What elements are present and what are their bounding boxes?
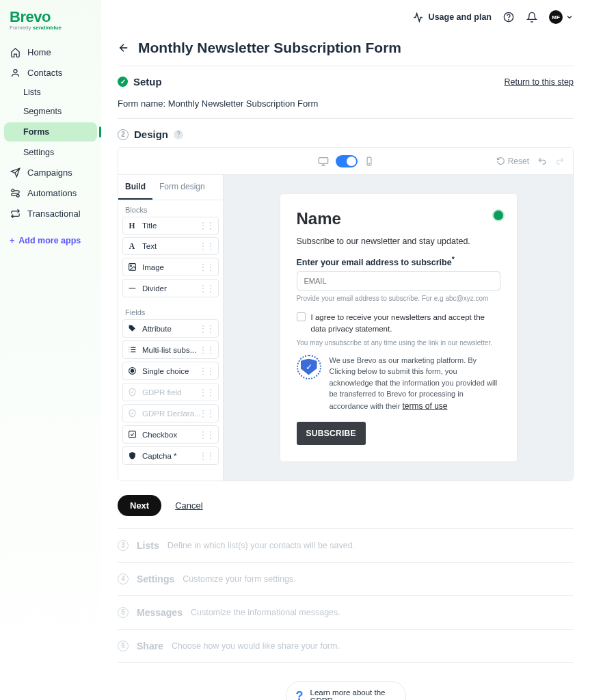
email-hint: Provide your email address to subscribe.… [297,295,500,302]
sidebar-item-lists[interactable]: Lists [0,83,101,102]
form-subtitle[interactable]: Subscribe to our newsletter and stay upd… [297,237,500,246]
radio-icon [127,366,137,375]
plus-icon: + [10,236,14,245]
divider-icon [127,284,137,293]
tab-build[interactable]: Build [118,175,152,200]
account-menu[interactable]: MF [549,10,574,24]
drag-handle-icon: ⋮⋮ [199,262,214,272]
step-messages[interactable]: 5 Messages Customize the informational m… [118,595,574,629]
unsubscribe-note: You may unsubscribe at any time using th… [297,339,500,347]
transactional-icon [10,208,21,219]
undo-icon[interactable] [537,157,547,166]
help-tooltip-icon[interactable]: ? [174,130,183,139]
svg-point-18 [131,369,133,372]
shield-check-icon [127,409,137,418]
drag-handle-icon: ⋮⋮ [199,241,214,251]
text-icon: A [127,242,137,250]
check-icon: ✓ [118,77,128,87]
sidebar-item-label: Campaigns [27,167,72,178]
svg-point-2 [16,194,19,197]
block-text[interactable]: AText⋮⋮ [122,237,219,255]
step-number-2-icon: 2 [118,129,129,140]
return-to-step-link[interactable]: Return to this step [505,77,574,87]
home-icon [10,46,21,57]
brand-logo[interactable]: Brevo Formerly sendinblue [0,7,101,31]
redo-icon[interactable] [555,157,565,166]
field-attribute[interactable]: Attribute⋮⋮ [122,319,219,338]
cancel-link[interactable]: Cancel [175,500,202,511]
sidebar-item-forms[interactable]: Forms [4,122,97,142]
block-title[interactable]: HTitle⋮⋮ [122,217,219,234]
form-name-row: Form name: Monthly Newsletter Subscripti… [118,98,574,119]
svg-point-0 [14,69,17,72]
form-canvas[interactable]: Name Subscribe to our newsletter and sta… [224,175,573,481]
sidebar-item-label: Segments [23,107,62,116]
terms-of-use-link[interactable]: terms of use [403,401,448,411]
step-number-6-icon: 6 [118,641,129,651]
gdpr-learn-more[interactable]: ? Learn more about the GDPR [286,681,406,701]
step-lists[interactable]: 3 Lists Define in which list(s) your con… [118,528,574,562]
svg-rect-5 [319,157,327,163]
sidebar-item-automations[interactable]: Automations [0,183,101,203]
subscribe-button[interactable]: SUBSCRIBE [297,422,366,445]
step-share[interactable]: 6 Share Choose how you would like share … [118,629,574,663]
sidebar-item-label: Contacts [27,68,62,78]
gdpr-shield-icon: ✓ [297,355,321,379]
form-title[interactable]: Name [297,209,500,228]
sidebar-item-segments[interactable]: Segments [0,102,101,121]
send-icon [10,167,21,178]
help-icon[interactable] [502,11,515,23]
email-field-label: Enter your email address to subscribe* [297,256,500,267]
sidebar-item-label: Settings [23,148,54,157]
step-number-5-icon: 5 [118,607,129,618]
field-single-choice[interactable]: Single choice⋮⋮ [122,362,219,380]
back-button[interactable] [118,42,130,54]
email-input[interactable] [297,271,500,291]
drag-handle-icon: ⋮⋮ [199,388,214,397]
drag-handle-icon: ⋮⋮ [199,324,214,334]
step-setup-header: ✓ Setup [118,76,162,88]
sidebar-item-settings[interactable]: Settings [0,143,101,162]
step-settings[interactable]: 4 Settings Customize your form settings. [118,562,574,595]
svg-rect-19 [129,431,135,438]
tab-form-design[interactable]: Form design [152,175,212,200]
sidebar-item-label: Home [27,47,51,57]
desktop-icon[interactable] [318,156,329,167]
sidebar-item-home[interactable]: Home [0,42,101,62]
field-multilist[interactable]: Multi-list subs...⋮⋮ [122,340,219,359]
form-preview: Name Subscribe to our newsletter and sta… [280,194,517,461]
usage-and-plan-link[interactable]: Usage and plan [412,11,492,23]
notification-icon[interactable] [526,11,538,23]
drag-handle-icon: ⋮⋮ [199,345,214,355]
consent-checkbox[interactable] [297,312,306,321]
designer-panel: Reset Build Form design [118,147,574,481]
sidebar-item-contacts[interactable]: Contacts [0,62,101,83]
field-gdpr: GDPR field⋮⋮ [122,383,219,401]
main-content: Usage and plan MF Monthly Newsletter Sub… [101,0,590,700]
drag-handle-icon: ⋮⋮ [199,451,214,461]
grammarly-badge-icon [492,209,505,221]
field-gdpr-declaration: GDPR Declara...⋮⋮ [122,404,219,422]
gdpr-link[interactable]: GDPR [310,697,333,701]
sidebar-item-label: Forms [23,127,49,137]
list-icon [127,345,137,354]
add-more-apps-link[interactable]: +Add more apps [0,224,101,258]
sidebar-item-transactional[interactable]: Transactional [0,203,101,224]
block-divider[interactable]: Divider⋮⋮ [122,279,219,297]
next-button[interactable]: Next [118,495,161,516]
reset-button[interactable]: Reset [496,157,529,166]
consent-row[interactable]: I agree to receive your newsletters and … [297,312,500,334]
field-captcha[interactable]: Captcha *⋮⋮ [122,446,219,465]
sidebar-item-campaigns[interactable]: Campaigns [0,162,101,183]
page-title: Monthly Newsletter Subscription Form [138,40,401,56]
drag-handle-icon: ⋮⋮ [199,366,214,376]
field-checkbox[interactable]: Checkbox⋮⋮ [122,425,219,444]
block-image[interactable]: Image⋮⋮ [122,258,219,276]
mobile-icon[interactable] [364,157,374,166]
svg-point-9 [130,265,131,267]
drag-handle-icon: ⋮⋮ [199,430,214,440]
drag-handle-icon: ⋮⋮ [199,221,214,230]
brand-name: Brevo [10,8,92,26]
consent-text: I agree to receive your newsletters and … [311,312,500,334]
preview-toggle[interactable] [336,155,358,167]
